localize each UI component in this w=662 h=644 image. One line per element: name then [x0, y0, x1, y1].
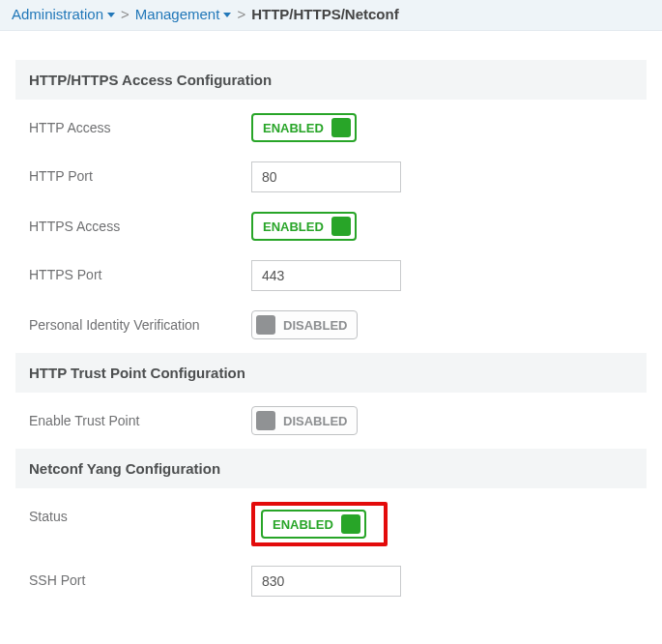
toggle-http-access[interactable]: ENABLED [251, 113, 357, 142]
toggle-knob [256, 411, 275, 430]
toggle-piv[interactable]: DISABLED [251, 310, 358, 339]
section-header-http-access: HTTP/HTTPS Access Configuration [15, 60, 647, 100]
toggle-text: ENABLED [263, 220, 324, 234]
breadcrumb: Administration > Management > HTTP/HTTPS… [0, 0, 662, 31]
caret-down-icon [223, 13, 231, 17]
input-http-port[interactable] [251, 161, 401, 192]
breadcrumb-administration[interactable]: Administration [12, 6, 115, 22]
row-enable-trust-point: Enable Trust Point DISABLED [15, 393, 647, 441]
label-http-access: HTTP Access [29, 113, 251, 136]
section-header-netconf: Netconf Yang Configuration [15, 449, 647, 488]
row-https-access: HTTPS Access ENABLED [15, 198, 647, 247]
toggle-knob [256, 315, 275, 335]
page-content: HTTP/HTTPS Access Configuration HTTP Acc… [0, 31, 662, 612]
label-https-access: HTTPS Access [29, 212, 251, 235]
breadcrumb-current: HTTP/HTTPS/Netconf [251, 6, 399, 22]
label-http-port: HTTP Port [29, 161, 251, 185]
toggle-netconf-status[interactable]: ENABLED [261, 510, 366, 539]
toggle-text: ENABLED [263, 121, 324, 135]
label-enable-trust-point: Enable Trust Point [29, 406, 251, 429]
row-http-access: HTTP Access ENABLED [15, 100, 647, 148]
input-https-port[interactable] [251, 260, 401, 291]
label-netconf-status: Status [29, 502, 251, 525]
row-piv: Personal Identity Verification DISABLED [15, 297, 647, 345]
toggle-text: ENABLED [273, 517, 333, 532]
breadcrumb-management[interactable]: Management [135, 6, 232, 22]
breadcrumb-item-label: Management [135, 6, 220, 22]
label-ssh-port: SSH Port [29, 566, 251, 589]
toggle-text: DISABLED [283, 318, 347, 333]
toggle-knob [331, 217, 351, 236]
toggle-knob [341, 514, 360, 534]
highlight-box: ENABLED [251, 502, 388, 546]
toggle-knob [331, 118, 351, 137]
breadcrumb-separator: > [237, 6, 245, 22]
toggle-https-access[interactable]: ENABLED [251, 212, 357, 241]
input-ssh-port[interactable] [251, 566, 401, 597]
breadcrumb-separator: > [121, 6, 130, 22]
row-netconf-status: Status ENABLED [15, 488, 647, 552]
toggle-text: DISABLED [283, 414, 347, 428]
breadcrumb-item-label: Administration [12, 6, 103, 22]
caret-down-icon [107, 13, 115, 17]
row-http-port: HTTP Port [15, 148, 647, 198]
section-header-trust-point: HTTP Trust Point Configuration [15, 353, 647, 393]
toggle-enable-trust-point[interactable]: DISABLED [251, 406, 358, 435]
label-piv: Personal Identity Verification [29, 310, 251, 334]
label-https-port: HTTPS Port [29, 260, 251, 283]
row-https-port: HTTPS Port [15, 247, 647, 297]
row-ssh-port: SSH Port [15, 552, 647, 602]
